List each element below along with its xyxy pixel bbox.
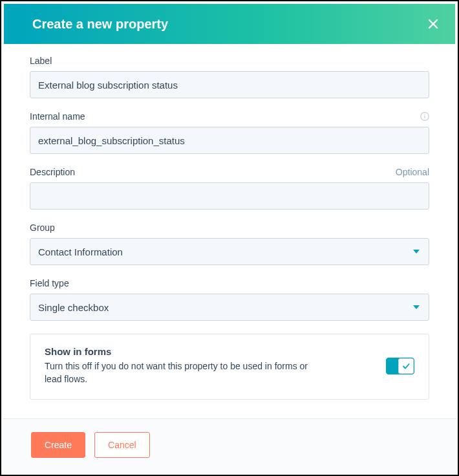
info-icon[interactable] (420, 112, 429, 121)
field-type-select[interactable]: Single checkbox (30, 294, 429, 321)
check-icon (401, 362, 411, 371)
dialog-body: Label Internal name Description Optional… (1, 44, 458, 400)
show-in-forms-title: Show in forms (45, 346, 370, 357)
description-input[interactable] (30, 182, 429, 210)
field-internal-name: Internal name (30, 111, 429, 154)
label-text-group: Group (30, 222, 55, 233)
dialog-create-property: Create a new property Label Internal nam… (0, 0, 459, 476)
svg-rect-2 (424, 114, 425, 114)
cancel-button[interactable]: Cancel (94, 432, 150, 458)
label-text-field-type: Field type (30, 278, 69, 288)
label-text-label: Label (30, 56, 52, 66)
label-input[interactable] (30, 71, 429, 98)
field-description: Description Optional (30, 167, 429, 210)
create-button[interactable]: Create (31, 432, 85, 458)
toggle-knob (398, 358, 414, 374)
show-in-forms-description: Turn this off if you do not want this pr… (45, 360, 323, 386)
field-type-select-value: Single checkbox (38, 302, 109, 313)
caret-down-icon (412, 303, 421, 312)
optional-text: Optional (396, 167, 429, 177)
internal-name-input[interactable] (30, 127, 429, 154)
dialog-title: Create a new property (32, 17, 168, 32)
label-text-internal-name: Internal name (30, 111, 85, 122)
close-icon[interactable] (427, 17, 440, 30)
field-field-type: Field type Single checkbox (30, 278, 429, 321)
dialog-footer: Create Cancel (3, 418, 456, 473)
label-text-description: Description (30, 167, 75, 177)
svg-rect-1 (424, 116, 425, 118)
show-in-forms-toggle[interactable] (386, 358, 414, 374)
group-select-value: Contact Information (38, 246, 123, 257)
field-label: Label (30, 56, 429, 98)
show-in-forms-panel: Show in forms Turn this off if you do no… (30, 334, 429, 400)
field-group: Group Contact Information (30, 222, 429, 265)
group-select[interactable]: Contact Information (30, 238, 429, 265)
dialog-header: Create a new property (4, 4, 455, 44)
caret-down-icon (412, 247, 421, 256)
